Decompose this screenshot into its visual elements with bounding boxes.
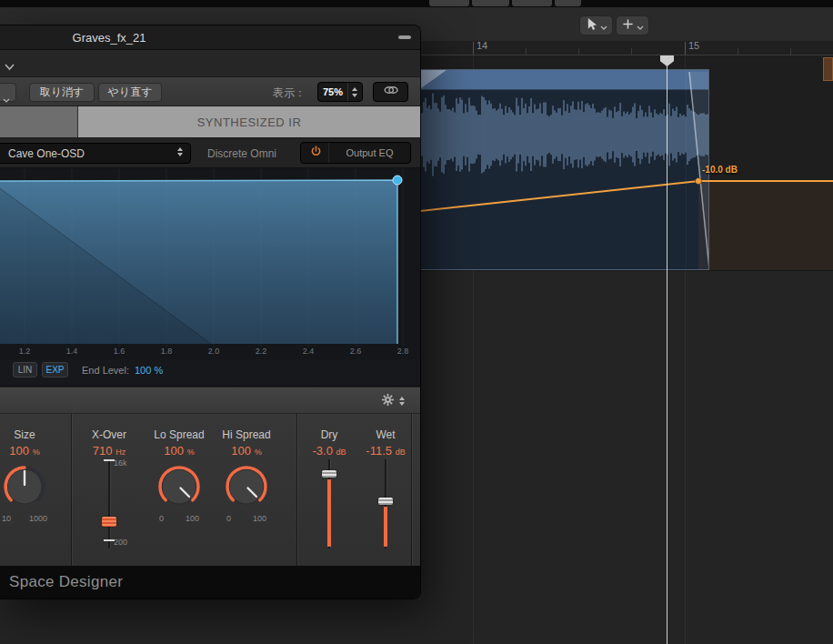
toolbar-fragment[interactable] [472, 0, 509, 6]
hi-spread-value[interactable]: 100 % [221, 444, 272, 458]
power-icon[interactable] [309, 145, 323, 162]
mode-label: Discrete Omni [207, 147, 276, 160]
param-label: Wet [360, 428, 411, 441]
ruler-beat-tick [738, 48, 738, 55]
time-tick: 2.0 [205, 347, 223, 356]
clipped-button[interactable] [0, 83, 16, 102]
preset-name: Cave One-OSD [8, 147, 85, 160]
lin-button[interactable]: LIN [13, 362, 37, 377]
wet-value[interactable]: -11.5 dB [360, 444, 411, 458]
curve-mode-row: LIN EXP End Level: 100 % [0, 359, 420, 387]
stepper-arrows-icon [177, 147, 183, 156]
ruler-beat-tick [526, 48, 527, 55]
chevron-down-icon [637, 17, 644, 34]
preset-row: Cave One-OSD Discrete Omni Output EQ [0, 138, 420, 168]
xover-slider[interactable]: 16k 200 [102, 459, 116, 548]
tab-partial[interactable] [0, 106, 77, 137]
plugin-name: Space Designer [9, 566, 123, 599]
crosshair-tool-icon [622, 17, 634, 34]
xover-value[interactable]: 710 Hz [84, 444, 135, 458]
param-label: Dry [304, 428, 355, 441]
scale-label: 16k [114, 458, 127, 468]
end-level-value[interactable]: 100 % [135, 365, 163, 376]
lo-spread-param: Lo Spread 100 % 0100 [154, 414, 205, 566]
ruler-beat-tick [578, 48, 579, 55]
slider-handle[interactable] [102, 517, 116, 527]
bar-number: 14 [477, 40, 487, 51]
minimize-icon[interactable] [398, 35, 411, 39]
parameter-panel: Size 100 % 101000 X-Over 710 Hz 16k [0, 414, 420, 566]
preset-dropdown[interactable]: Cave One-OSD [0, 143, 191, 164]
playhead-line [667, 55, 667, 644]
plugin-footer: Space Designer [0, 566, 420, 599]
time-tick: 2.6 [346, 347, 365, 356]
top-strip [0, 0, 833, 7]
time-tick: 1.2 [15, 347, 34, 356]
time-tick: 1.4 [63, 347, 81, 356]
plugin-window: Graves_fx_21 取り消す やり直す 表示： 75% [0, 25, 420, 599]
size-value[interactable]: 100 % [0, 444, 49, 458]
automation-region-tint [698, 181, 833, 270]
zoom-stepper[interactable]: 75% [317, 82, 363, 102]
settings-button[interactable] [376, 392, 409, 410]
wet-param: Wet -11.5 dB [360, 414, 411, 566]
time-tick: 2.2 [252, 347, 270, 356]
slider-handle[interactable] [322, 470, 336, 478]
hi-spread-param: Hi Spread 100 % 0100 [221, 414, 272, 566]
chevron-down-icon [600, 17, 607, 34]
chevron-down-icon[interactable] [4, 58, 15, 75]
toolbar-fragment[interactable] [512, 0, 552, 6]
slider-handle[interactable] [378, 498, 393, 505]
stepper-arrows-icon [399, 397, 405, 406]
envelope-display[interactable]: 1.2 1.4 1.6 1.8 2.0 2.2 2.4 2.6 2.8 [0, 168, 420, 359]
lo-spread-knob[interactable] [156, 463, 203, 514]
link-button[interactable] [373, 82, 408, 102]
redo-button[interactable]: やり直す [98, 83, 162, 102]
undo-button[interactable]: 取り消す [29, 83, 95, 102]
utility-bar [0, 387, 420, 414]
output-eq-button[interactable]: Output EQ [329, 147, 410, 158]
plugin-toolbar: 取り消す やり直す 表示： 75% [0, 77, 420, 106]
stepper-arrows-icon[interactable] [347, 83, 361, 101]
zoom-value: 75% [318, 86, 347, 97]
view-label: 表示： [273, 86, 306, 101]
time-tick: 1.8 [157, 347, 176, 356]
param-label: Size [0, 428, 49, 441]
size-param: Size 100 % 101000 [0, 414, 49, 566]
time-tick: 2.8 [394, 347, 412, 356]
dry-slider[interactable] [322, 459, 336, 548]
ruler-tick [473, 42, 474, 55]
end-level-label: End Level: [82, 365, 129, 376]
exp-button[interactable]: EXP [42, 362, 68, 377]
region-fragment[interactable] [823, 57, 833, 81]
dry-value[interactable]: -3.0 dB [304, 444, 355, 458]
automation-value-label: -10.0 dB [702, 165, 738, 175]
param-label: Hi Spread [221, 428, 272, 441]
crosshair-tool-button[interactable] [616, 15, 649, 35]
tab-synthesized-ir[interactable]: SYNTHESIZED IR [78, 106, 420, 137]
ruler-beat-tick [790, 48, 791, 55]
window-title: Graves_fx_21 [36, 31, 182, 45]
output-eq-group[interactable]: Output EQ [300, 142, 411, 164]
plugin-tabbar: SYNTHESIZED IR [0, 106, 420, 138]
wet-slider[interactable] [378, 459, 393, 548]
scale-label: 200 [114, 538, 127, 547]
hi-spread-knob[interactable] [223, 463, 270, 514]
lo-spread-value[interactable]: 100 % [154, 444, 205, 458]
size-knob[interactable] [1, 463, 48, 514]
xover-param: X-Over 710 Hz 16k 200 [84, 414, 135, 566]
time-tick: 2.4 [299, 347, 317, 356]
dry-param: Dry -3.0 dB [304, 414, 355, 566]
envelope-handle[interactable] [393, 176, 402, 185]
plugin-header-row [0, 50, 420, 77]
time-tick: 1.6 [110, 347, 128, 356]
pointer-tool-button[interactable] [579, 15, 613, 35]
envelope-graph [0, 168, 420, 359]
ruler-tick [685, 42, 686, 55]
plugin-titlebar[interactable]: Graves_fx_21 [0, 25, 420, 50]
toolbar-fragment[interactable] [555, 0, 581, 6]
gear-icon [381, 393, 395, 410]
param-label: Lo Spread [154, 428, 205, 441]
pointer-tool-icon [586, 17, 597, 35]
toolbar-fragment[interactable] [429, 0, 469, 6]
